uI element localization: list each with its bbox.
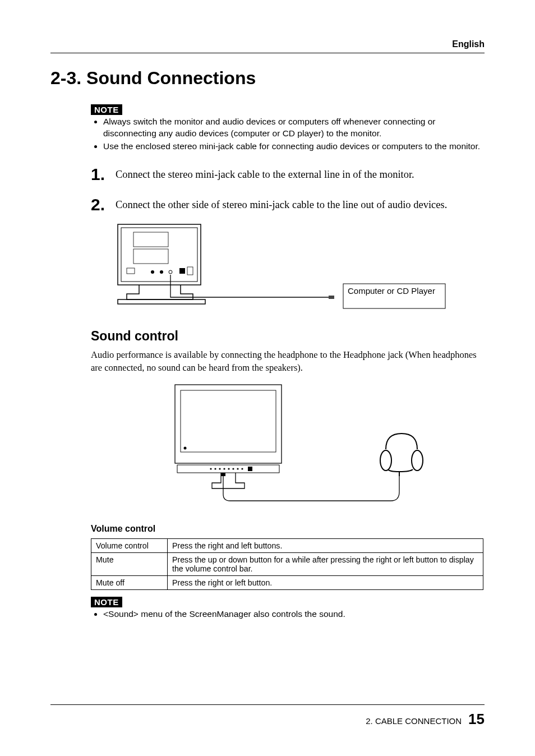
svg-point-25 [241,468,243,469]
row-label: Volume control [91,538,168,552]
step-text: Connect the stereo mini-jack cable to th… [116,166,414,182]
note-item: Always switch the monitor and audio devi… [103,116,485,140]
svg-point-23 [232,468,234,469]
svg-rect-3 [133,249,168,264]
svg-point-24 [237,468,238,469]
svg-rect-4 [127,268,135,274]
svg-rect-0 [118,224,201,285]
table-row: Mute Press the up or down button for a w… [91,552,483,575]
step-2: 2. Connect the other side of stereo mini… [91,196,485,213]
footer: 2. CABLE CONNECTION 15 [50,704,485,728]
svg-rect-8 [179,268,185,274]
device-label: Computer or CD Player [348,286,442,297]
note-item: <Sound> menu of the ScreenManager also c… [103,609,485,620]
note-block-2: NOTE <Sound> menu of the ScreenManager a… [91,597,485,620]
page-root: English 2-3. Sound Connections NOTE Alwa… [0,0,535,756]
header-line: English [50,39,485,53]
step-number: 2. [91,196,116,213]
row-label: Mute off [91,575,168,589]
svg-rect-11 [329,296,334,299]
monitor-cable-svg [113,223,483,319]
steps-block: 1. Connect the stereo mini-jack cable to… [91,166,485,319]
row-label: Mute [91,552,168,575]
svg-point-15 [184,446,187,449]
row-desc: Press the right and left buttons. [168,538,483,552]
svg-rect-10 [118,299,205,304]
svg-point-7 [169,270,172,274]
headphone-svg [169,382,461,508]
svg-point-20 [219,468,220,469]
footer-chapter: 2. CABLE CONNECTION [366,716,462,726]
footer-page: 15 [468,711,485,728]
connection-diagram: Computer or CD Player [113,223,485,319]
svg-rect-14 [181,390,276,452]
note-list-1: Always switch the monitor and audio devi… [91,116,485,153]
step-1: 1. Connect the stereo mini-jack cable to… [91,166,485,183]
sound-control-body: Audio performance is available by connec… [91,348,485,374]
svg-point-29 [412,450,423,471]
language-label: English [50,39,485,49]
svg-point-21 [223,468,225,469]
svg-point-6 [160,270,163,274]
svg-point-22 [228,468,229,469]
table-row: Volume control Press the right and left … [91,538,483,552]
footer-line: 2. CABLE CONNECTION 15 [50,704,485,728]
note-block-1: NOTE Always switch the monitor and audio… [91,104,485,153]
svg-rect-9 [187,267,193,275]
svg-point-18 [210,468,211,469]
svg-rect-2 [133,232,168,247]
svg-rect-13 [175,385,282,463]
note-list-2: <Sound> menu of the ScreenManager also c… [91,609,485,620]
row-desc: Press the up or down button for a while … [168,552,483,575]
step-text: Connect the other side of stereo mini-ja… [116,196,447,212]
sound-control-section: Sound control Audio performance is avail… [91,329,485,620]
sound-control-heading: Sound control [91,329,485,344]
page-title: 2-3. Sound Connections [50,68,485,89]
svg-point-19 [214,468,216,469]
svg-rect-27 [221,473,225,476]
note-item: Use the enclosed stereo mini-jack cable … [103,141,485,153]
svg-rect-26 [248,467,252,471]
table-row: Mute off Press the right or left button. [91,575,483,589]
volume-control-heading: Volume control [91,524,485,534]
row-desc: Press the right or left button. [168,575,483,589]
svg-point-5 [151,270,154,274]
step-number: 1. [91,166,116,183]
headphone-diagram [169,382,461,508]
volume-control-table: Volume control Press the right and left … [91,538,483,590]
note-badge: NOTE [91,104,122,115]
svg-point-28 [380,450,391,471]
note-badge: NOTE [91,597,122,607]
